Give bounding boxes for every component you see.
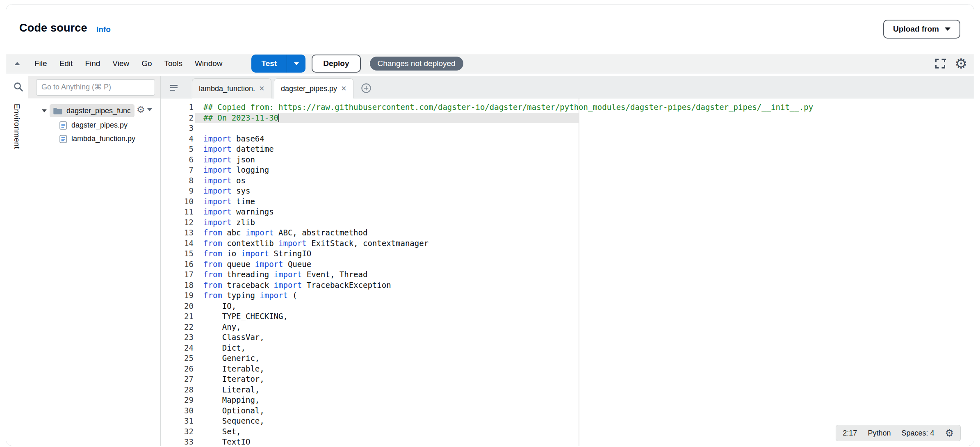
line-number[interactable]: 25: [161, 353, 194, 364]
menu-file[interactable]: File: [28, 55, 53, 73]
code-line-21[interactable]: 21 TYPE_CHECKING,: [161, 311, 974, 322]
cursor-position[interactable]: 2:17: [843, 429, 857, 438]
line-number[interactable]: 18: [161, 280, 194, 291]
line-number[interactable]: 29: [161, 395, 194, 406]
folder-item[interactable]: dagster_pipes_funct ⚙: [6, 103, 160, 119]
line-number[interactable]: 12: [161, 217, 194, 228]
file-item-lambda_function.py[interactable]: lambda_function.py: [6, 132, 160, 146]
line-number[interactable]: 7: [161, 165, 194, 176]
menu-tools[interactable]: Tools: [158, 55, 189, 73]
code-line-28[interactable]: 28 Literal,: [161, 385, 974, 395]
collapse-panel-button[interactable]: [6, 61, 28, 66]
goto-anything-input[interactable]: [36, 79, 155, 96]
upload-from-label: Upload from: [893, 25, 939, 34]
line-number[interactable]: 6: [161, 155, 194, 165]
spaces-setting[interactable]: Spaces: 4: [901, 429, 934, 438]
line-number[interactable]: 13: [161, 228, 194, 238]
menu-window[interactable]: Window: [189, 55, 229, 73]
tab-close-icon[interactable]: ×: [259, 84, 264, 93]
code-line-6[interactable]: 6import json: [161, 155, 974, 165]
line-number[interactable]: 1: [161, 102, 194, 113]
code-line-22[interactable]: 22 Any,: [161, 322, 974, 333]
menu-go[interactable]: Go: [135, 55, 158, 73]
code-line-29[interactable]: 29 Mapping,: [161, 395, 974, 406]
line-number[interactable]: 17: [161, 269, 194, 280]
line-number[interactable]: 23: [161, 332, 194, 343]
code-line-4[interactable]: 4import base64: [161, 134, 974, 144]
code-line-30[interactable]: 30 Optional,: [161, 406, 974, 416]
tab-close-icon[interactable]: ×: [341, 84, 346, 93]
upload-from-button[interactable]: Upload from: [883, 20, 960, 39]
line-number[interactable]: 5: [161, 144, 194, 155]
code-line-14[interactable]: 14from contextlib import ExitStack, cont…: [161, 238, 974, 249]
menu-view[interactable]: View: [106, 55, 135, 73]
code-line-8[interactable]: 8import os: [161, 176, 974, 186]
search-button[interactable]: [13, 82, 24, 92]
line-number[interactable]: 30: [161, 406, 194, 416]
code-line-17[interactable]: 17from threading import Event, Thread: [161, 269, 974, 280]
file-item-dagster_pipes.py[interactable]: dagster_pipes.py: [6, 119, 160, 132]
code-line-3[interactable]: 3: [161, 123, 974, 134]
code-text: TYPE_CHECKING,: [194, 311, 288, 322]
line-number[interactable]: 11: [161, 207, 194, 217]
line-number[interactable]: 14: [161, 238, 194, 249]
code-line-18[interactable]: 18from traceback import TracebackExcepti…: [161, 280, 974, 291]
line-number[interactable]: 9: [161, 186, 194, 196]
line-number[interactable]: 26: [161, 364, 194, 374]
line-number[interactable]: 27: [161, 374, 194, 385]
code-line-12[interactable]: 12import zlib: [161, 217, 974, 228]
code-line-20[interactable]: 20 IO,: [161, 301, 974, 312]
line-number[interactable]: 33: [161, 437, 194, 446]
code-line-11[interactable]: 11import warnings: [161, 207, 974, 217]
line-number[interactable]: 3: [161, 123, 194, 134]
code-line-2[interactable]: 2## On 2023-11-30: [161, 113, 974, 123]
code-line-13[interactable]: 13from abc import ABC, abstractmethod: [161, 228, 974, 238]
code-line-16[interactable]: 16from queue import Queue: [161, 259, 974, 270]
selected-folder[interactable]: dagster_pipes_funct: [50, 104, 134, 117]
line-number[interactable]: 24: [161, 343, 194, 353]
line-number[interactable]: 4: [161, 134, 194, 144]
code-line-23[interactable]: 23 ClassVar,: [161, 332, 974, 343]
code-line-9[interactable]: 9import sys: [161, 186, 974, 196]
language-mode[interactable]: Python: [868, 429, 891, 438]
tab-list-button[interactable]: [170, 84, 178, 91]
deploy-button[interactable]: Deploy: [312, 55, 360, 73]
line-number[interactable]: 20: [161, 301, 194, 312]
code-line-15[interactable]: 15from io import StringIO: [161, 249, 974, 259]
disclosure-triangle-icon[interactable]: [41, 109, 47, 113]
code-line-10[interactable]: 10import time: [161, 196, 974, 207]
line-number[interactable]: 16: [161, 259, 194, 270]
test-button[interactable]: Test: [251, 55, 287, 73]
line-number[interactable]: 31: [161, 416, 194, 426]
new-tab-button[interactable]: [361, 83, 371, 94]
code-editor[interactable]: 1## Copied from: https://raw.githubuserc…: [161, 98, 974, 446]
code-line-26[interactable]: 26 Iterable,: [161, 364, 974, 374]
code-line-7[interactable]: 7import logging: [161, 165, 974, 176]
line-number[interactable]: 15: [161, 249, 194, 259]
tab-dagster_pipes.py[interactable]: dagster_pipes.py×: [274, 78, 353, 98]
test-dropdown-button[interactable]: [287, 55, 305, 73]
code-line-27[interactable]: 27 Iterator,: [161, 374, 974, 385]
line-number[interactable]: 22: [161, 322, 194, 333]
info-link[interactable]: Info: [96, 25, 111, 34]
menu-edit[interactable]: Edit: [53, 55, 79, 73]
line-number[interactable]: 19: [161, 290, 194, 301]
line-number[interactable]: 21: [161, 311, 194, 322]
line-number[interactable]: 32: [161, 426, 194, 437]
code-line-25[interactable]: 25 Generic,: [161, 353, 974, 364]
tree-settings-button[interactable]: ⚙: [137, 105, 152, 114]
editor-settings-button[interactable]: ⚙: [955, 57, 967, 71]
fullscreen-button[interactable]: [934, 58, 946, 69]
code-line-1[interactable]: 1## Copied from: https://raw.githubuserc…: [161, 102, 974, 113]
code-line-24[interactable]: 24 Dict,: [161, 343, 974, 353]
line-number[interactable]: 28: [161, 385, 194, 395]
code-line-5[interactable]: 5import datetime: [161, 144, 974, 155]
code-line-19[interactable]: 19from typing import (: [161, 290, 974, 301]
line-number[interactable]: 8: [161, 176, 194, 186]
editor-pane: lambda_function.×dagster_pipes.py× 1## C…: [160, 73, 974, 446]
menu-find[interactable]: Find: [79, 55, 106, 73]
tab-lambda_function.[interactable]: lambda_function.×: [192, 78, 271, 98]
line-number[interactable]: 2: [161, 113, 194, 123]
line-number[interactable]: 10: [161, 196, 194, 207]
status-settings-gear-icon[interactable]: ⚙: [945, 428, 954, 438]
